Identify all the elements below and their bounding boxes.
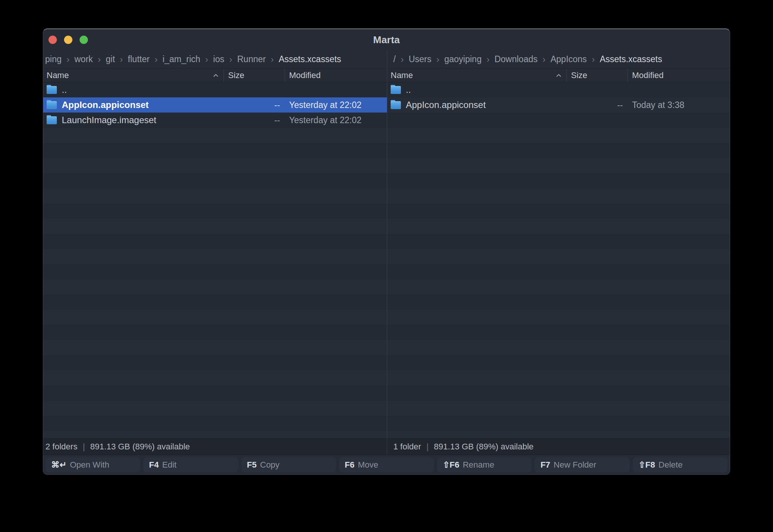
breadcrumb-separator: › <box>592 54 595 65</box>
column-header-size[interactable]: Size <box>566 69 627 82</box>
breadcrumb-separator: › <box>66 54 69 65</box>
breadcrumb-item[interactable]: Downloads <box>494 54 538 64</box>
shortcut-key: F4 <box>149 460 159 470</box>
left-pane: ping›work›git›flutter›i_am_rich›ios›Runn… <box>43 50 387 455</box>
table-row-launchimage[interactable]: LaunchImage.imageset -- Yesterday at 22:… <box>43 113 387 128</box>
sort-ascending-icon <box>213 74 219 77</box>
breadcrumb-separator: › <box>543 54 546 65</box>
folder-icon <box>47 86 57 94</box>
status-bar: 1 folder | 891.13 GB (89%) available <box>387 438 730 455</box>
breadcrumb-separator: › <box>271 54 274 65</box>
button-label: Rename <box>463 460 494 470</box>
delete-button[interactable]: ⇧F8 Delete <box>633 457 728 473</box>
file-list: .. AppIcon.appiconset -- Today at 3:38 <box>387 82 730 438</box>
folder-icon <box>391 86 401 94</box>
column-header-size[interactable]: Size <box>224 69 285 82</box>
folder-icon <box>47 101 57 109</box>
pane-container: ping›work›git›flutter›i_am_rich›ios›Runn… <box>43 50 730 455</box>
new-folder-button[interactable]: F7 New Folder <box>535 457 629 473</box>
column-header-name-label: Name <box>47 70 69 80</box>
breadcrumb-item[interactable]: flutter <box>128 54 150 64</box>
file-name: .. <box>406 84 411 95</box>
breadcrumb: /›Users›gaoyiping›Downloads›AppIcons›Ass… <box>387 50 730 69</box>
folder-count: 1 folder <box>393 442 421 452</box>
breadcrumb-item[interactable]: ios <box>213 54 224 64</box>
file-list: .. AppIcon.appiconset -- Yesterday at 22… <box>43 82 387 438</box>
button-label: Copy <box>260 460 279 470</box>
column-header-modified[interactable]: Modified <box>285 69 387 82</box>
column-headers: Name Size Modified <box>387 69 730 82</box>
table-row-parent-dir[interactable]: .. <box>43 82 387 97</box>
file-size: -- <box>224 100 285 110</box>
breadcrumb-item[interactable]: Runner <box>237 54 266 64</box>
breadcrumb-item[interactable]: ping <box>45 54 61 64</box>
breadcrumb-separator: › <box>487 54 490 65</box>
right-pane: /›Users›gaoyiping›Downloads›AppIcons›Ass… <box>387 50 730 455</box>
disk-space: 891.13 GB (89%) available <box>434 442 534 452</box>
folder-icon <box>391 101 401 109</box>
file-size: -- <box>224 115 285 125</box>
table-row-appicon[interactable]: AppIcon.appiconset -- Today at 3:38 <box>387 97 730 113</box>
sort-ascending-icon <box>556 74 562 77</box>
breadcrumb-separator: › <box>401 54 404 65</box>
breadcrumb-separator: › <box>205 54 208 65</box>
title-bar[interactable]: Marta <box>43 29 730 50</box>
file-modified: Today at 3:38 <box>627 100 730 110</box>
file-name: AppIcon.appiconset <box>406 100 486 110</box>
button-label: Move <box>358 460 379 470</box>
move-button[interactable]: F6 Move <box>339 457 434 473</box>
open-with-button[interactable]: ⌘↵ Open With <box>45 457 140 473</box>
table-row-parent-dir[interactable]: .. <box>387 82 730 97</box>
breadcrumb-item[interactable]: i_am_rich <box>163 54 200 64</box>
column-header-name[interactable]: Name <box>43 69 224 82</box>
shortcut-key: F7 <box>540 460 550 470</box>
button-label: Edit <box>162 460 177 470</box>
breadcrumb-separator: › <box>98 54 101 65</box>
marta-window: Marta ping›work›git›flutter›i_am_rich›io… <box>43 28 730 475</box>
button-label: Delete <box>659 460 683 470</box>
breadcrumb-item[interactable]: Assets.xcassets <box>600 54 662 64</box>
breadcrumb-separator: › <box>155 54 158 65</box>
shortcut-key: ⇧F6 <box>443 460 459 470</box>
rename-button[interactable]: ⇧F6 Rename <box>437 457 532 473</box>
button-label: Open With <box>70 460 109 470</box>
breadcrumb-item[interactable]: / <box>393 54 396 64</box>
table-row-appicon-selected[interactable]: AppIcon.appiconset -- Yesterday at 22:02 <box>43 97 387 113</box>
folder-icon <box>47 116 57 124</box>
breadcrumb-separator: › <box>436 54 439 65</box>
breadcrumb-item[interactable]: Users <box>408 54 431 64</box>
breadcrumb-item[interactable]: gaoyiping <box>444 54 481 64</box>
copy-button[interactable]: F5 Copy <box>241 457 336 473</box>
file-size: -- <box>566 100 627 110</box>
status-divider: | <box>426 442 429 452</box>
column-headers: Name Size Modified <box>43 69 387 82</box>
breadcrumb-item[interactable]: AppIcons <box>551 54 587 64</box>
function-key-bar: ⌘↵ Open With F4 Edit F5 Copy F6 Move ⇧F6… <box>43 455 730 474</box>
status-bar: 2 folders | 891.13 GB (89%) available <box>43 438 387 455</box>
column-header-name-label: Name <box>391 70 413 80</box>
button-label: New Folder <box>554 460 596 470</box>
breadcrumb-item[interactable]: Assets.xcassets <box>279 54 341 64</box>
shortcut-key: ⇧F8 <box>638 460 655 470</box>
file-modified: Yesterday at 22:02 <box>285 115 387 125</box>
file-name: AppIcon.appiconset <box>62 100 149 110</box>
shortcut-key: F5 <box>247 460 257 470</box>
breadcrumb-separator: › <box>120 54 123 65</box>
file-modified: Yesterday at 22:02 <box>285 100 387 110</box>
column-header-name[interactable]: Name <box>387 69 566 82</box>
edit-button[interactable]: F4 Edit <box>143 457 238 473</box>
file-name: LaunchImage.imageset <box>62 115 156 125</box>
column-header-modified[interactable]: Modified <box>627 69 730 82</box>
breadcrumb-separator: › <box>229 54 232 65</box>
file-name: .. <box>62 84 67 95</box>
shortcut-key: ⌘↵ <box>51 460 66 470</box>
breadcrumb: ping›work›git›flutter›i_am_rich›ios›Runn… <box>43 50 387 69</box>
window-title: Marta <box>43 34 730 46</box>
folder-count: 2 folders <box>45 442 77 452</box>
breadcrumb-item[interactable]: work <box>74 54 93 64</box>
disk-space: 891.13 GB (89%) available <box>90 442 190 452</box>
status-divider: | <box>83 442 85 452</box>
shortcut-key: F6 <box>345 460 355 470</box>
breadcrumb-item[interactable]: git <box>106 54 115 64</box>
